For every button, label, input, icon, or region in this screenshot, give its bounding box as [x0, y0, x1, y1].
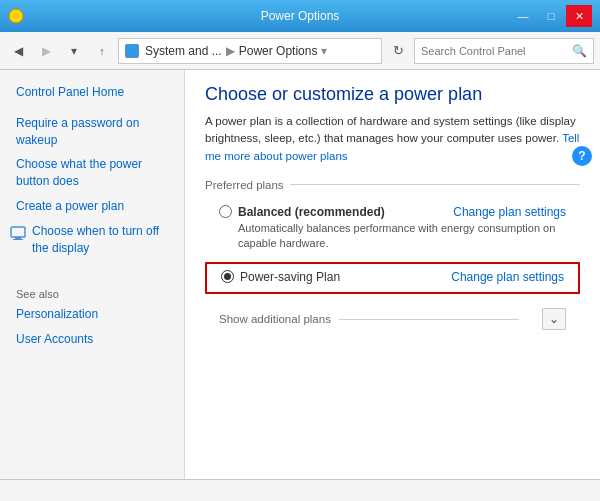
search-input[interactable] — [421, 45, 568, 57]
plan-balanced-radio[interactable] — [219, 205, 232, 218]
power-options-icon: ⚡ — [8, 8, 24, 24]
window-controls: — □ ✕ — [510, 5, 592, 27]
svg-rect-4 — [13, 239, 23, 240]
search-icon[interactable]: 🔍 — [572, 44, 587, 58]
plan-power-saving-name: Power-saving Plan — [240, 270, 340, 284]
preferred-plans-label: Preferred plans — [205, 179, 580, 191]
svg-rect-3 — [15, 237, 21, 239]
sidebar-link-turn-off-display[interactable]: Choose when to turn off the display — [32, 223, 174, 257]
sidebar-item-turn-off-display[interactable]: Choose when to turn off the display — [0, 219, 184, 261]
content-area: Choose or customize a power plan A power… — [185, 70, 600, 479]
svg-rect-2 — [11, 227, 25, 237]
address-bar: ◀ ▶ ▾ ↑ 🌐 System and ... ▶ Power Options… — [0, 32, 600, 70]
svg-text:⚡: ⚡ — [10, 10, 23, 23]
sidebar-item-personalization[interactable]: Personalization — [0, 302, 184, 327]
monitor-icon — [10, 225, 26, 241]
breadcrumb-dropdown[interactable]: ▾ — [321, 44, 327, 58]
title-bar: ⚡ Power Options — □ ✕ — [0, 0, 600, 32]
help-button[interactable]: ? — [572, 146, 592, 166]
breadcrumb-path1[interactable]: System and ... — [145, 44, 222, 58]
up-button[interactable]: ↑ — [90, 39, 114, 63]
sidebar: Control Panel Home Require a password on… — [0, 70, 185, 479]
maximize-button[interactable]: □ — [538, 5, 564, 27]
sidebar-item-user-accounts[interactable]: User Accounts — [0, 327, 184, 352]
breadcrumb-path2[interactable]: Power Options — [239, 44, 318, 58]
breadcrumb-sep1: ▶ — [226, 44, 235, 58]
search-box: 🔍 — [414, 38, 594, 64]
page-title: Choose or customize a power plan — [205, 84, 580, 105]
minimize-button[interactable]: — — [510, 5, 536, 27]
status-bar — [0, 479, 600, 501]
close-button[interactable]: ✕ — [566, 5, 592, 27]
plan-power-saving-radio[interactable] — [221, 270, 234, 283]
plan-balanced-name: Balanced (recommended) — [238, 205, 385, 219]
breadcrumb-bar: 🌐 System and ... ▶ Power Options ▾ — [118, 38, 382, 64]
sidebar-item-create-plan[interactable]: Create a power plan — [0, 194, 184, 219]
plan-balanced-change-link[interactable]: Change plan settings — [453, 205, 566, 219]
breadcrumb-icon: 🌐 — [125, 44, 139, 58]
refresh-button[interactable]: ↻ — [386, 39, 410, 63]
sidebar-see-also-label: See also — [0, 280, 184, 302]
plan-balanced: Balanced (recommended) Change plan setti… — [205, 199, 580, 258]
forward-button[interactable]: ▶ — [34, 39, 58, 63]
description-text: A power plan is a collection of hardware… — [205, 115, 576, 144]
plan-power-saving-change-link[interactable]: Change plan settings — [451, 270, 564, 284]
sidebar-item-power-button[interactable]: Choose what the power button does — [0, 152, 184, 194]
plan-power-saving-radio-row: Power-saving Plan — [221, 270, 340, 284]
plan-balanced-header: Balanced (recommended) Change plan setti… — [219, 205, 566, 219]
plan-balanced-radio-row: Balanced (recommended) — [219, 205, 385, 219]
dropdown-history-button[interactable]: ▾ — [62, 39, 86, 63]
title-bar-left: ⚡ — [8, 8, 24, 24]
plan-power-saving: Power-saving Plan Change plan settings — [205, 262, 580, 294]
plan-balanced-description: Automatically balances performance with … — [238, 221, 566, 252]
chevron-down-icon: ⌄ — [549, 312, 559, 326]
main-content: Control Panel Home Require a password on… — [0, 70, 600, 479]
back-button[interactable]: ◀ — [6, 39, 30, 63]
window-title: Power Options — [261, 9, 340, 23]
show-additional-dropdown[interactable]: ⌄ — [542, 308, 566, 330]
sidebar-item-require-password[interactable]: Require a password on wakeup — [0, 111, 184, 153]
show-additional-label: Show additional plans — [219, 313, 542, 325]
show-additional-plans: Show additional plans ⌄ — [205, 300, 580, 338]
sidebar-item-control-panel-home[interactable]: Control Panel Home — [0, 80, 184, 105]
content-description: A power plan is a collection of hardware… — [205, 113, 580, 165]
plan-power-saving-header: Power-saving Plan Change plan settings — [221, 270, 564, 284]
